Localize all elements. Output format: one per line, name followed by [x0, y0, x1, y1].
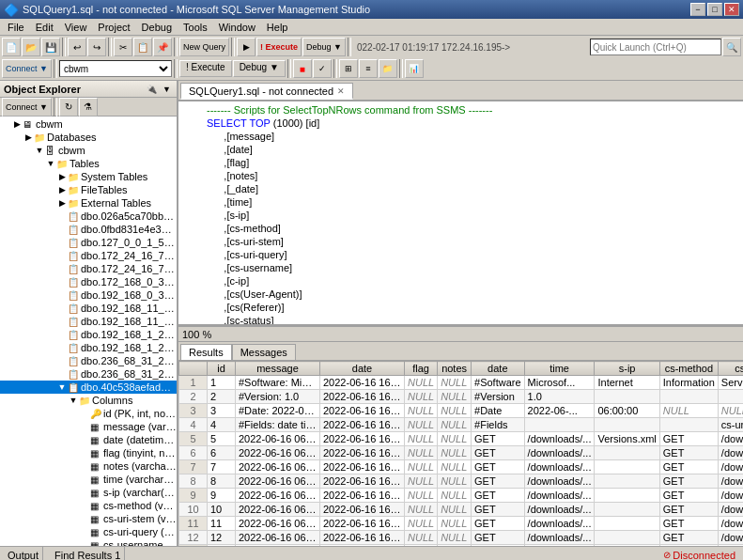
expand-icon[interactable]: ▼ — [45, 159, 56, 168]
expand-icon[interactable]: ▶ — [11, 119, 23, 129]
oe-refresh-button[interactable]: ↻ — [59, 98, 78, 117]
menu-help[interactable]: Help — [261, 19, 294, 35]
results-to-grid[interactable]: ⊞ — [339, 59, 358, 78]
col-header-id[interactable]: id — [208, 362, 236, 376]
output-tab[interactable]: Output — [4, 547, 43, 560]
debug-query-button[interactable]: Debug ▼ — [233, 60, 286, 77]
expand-icon[interactable]: ▶ — [56, 172, 68, 181]
col-header-date[interactable]: date — [320, 362, 405, 376]
debug-btn2[interactable]: Debug ▼ — [302, 38, 346, 56]
tree-table-10[interactable]: 📋 dbo.192_168_1_231_wt_Application — [0, 328, 177, 341]
tree-table-6[interactable]: 📋 dbo.172_168_0_3_wt_Application — [0, 275, 177, 288]
tree-table-12[interactable]: 📋 dbo.236_68_31_231_wt_System — [0, 354, 177, 367]
quick-launch-input[interactable] — [590, 39, 721, 55]
data-grid-container[interactable]: id message date flag notes date time s-i… — [178, 361, 743, 546]
execute-button[interactable]: ! Execute — [256, 38, 302, 56]
tree-table-13[interactable]: 📋 dbo.236_68_31_231_wt_System — [0, 367, 177, 381]
tree-item-databases[interactable]: ▶ 📁 Databases — [0, 131, 177, 144]
tree-table-11[interactable]: 📋 dbo.192_168_1_231_wt_Security — [0, 341, 177, 354]
tab-close-button[interactable]: ✕ — [337, 86, 345, 96]
find-results-tab[interactable]: Find Results 1 — [51, 547, 125, 560]
col-header-message[interactable]: message — [236, 362, 320, 376]
col-header-date2[interactable]: date — [472, 362, 525, 376]
tree-table-1[interactable]: 📋 dbo.026a5ca70bb4674b17e1... — [0, 210, 177, 223]
menu-tools[interactable]: Tools — [178, 19, 213, 35]
tree-col-flag[interactable]: ▦ flag (tinyint, null) — [0, 446, 177, 459]
col-header-time[interactable]: time — [524, 362, 595, 376]
oe-filter-button[interactable]: ⚗ — [79, 98, 98, 117]
copy-button[interactable]: 📋 — [133, 38, 152, 56]
search-icon[interactable]: 🔍 — [722, 38, 741, 56]
code-editor[interactable]: ------- Scripts for SelectTopNRows comma… — [178, 101, 743, 327]
save-button[interactable]: 💾 — [41, 38, 60, 56]
tree-table-4[interactable]: 📋 dbo.172_24_16_76_wt_Application — [0, 249, 177, 262]
menu-debug[interactable]: Debug — [136, 19, 178, 35]
minimize-button[interactable]: − — [690, 3, 705, 16]
col-header-csmethod[interactable]: cs-method — [659, 362, 718, 376]
menu-project[interactable]: Project — [92, 19, 135, 35]
tree-table-9[interactable]: 📋 dbo.192_168_11_1_wt_System — [0, 315, 177, 328]
expand-icon[interactable]: ▼ — [68, 396, 79, 405]
tree-external-tables[interactable]: ▶ 📁 External Tables — [0, 196, 177, 210]
results-to-text[interactable]: ≡ — [359, 59, 378, 78]
col-header-sip[interactable]: s-ip — [595, 362, 659, 376]
tree-col-id[interactable]: 🔑 id (PK, int, not null) — [0, 407, 177, 420]
tree-table-3[interactable]: 📋 dbo.127_0_0_1_5MsMTrqps — [0, 236, 177, 249]
tree-table-8[interactable]: 📋 dbo.192_168_11_1_wt_Application — [0, 302, 177, 315]
tree-columns-folder[interactable]: ▼ 📁 Columns — [0, 394, 177, 407]
expand-icon[interactable]: ▶ — [56, 198, 68, 208]
expand-icon[interactable]: ▶ — [56, 185, 68, 194]
database-selector[interactable]: cbwm — [59, 60, 172, 77]
tree-col-csusername[interactable]: ▦ cs-username (varchar(64), null) — [0, 538, 177, 546]
tree-col-time[interactable]: ▦ time (varchar(30), null) — [0, 473, 177, 486]
tree-table-5[interactable]: 📋 dbo.172_24_16_76_wt_Security — [0, 262, 177, 275]
tree-item-cbwm-db[interactable]: ▼ 🗄 cbwm — [0, 144, 177, 157]
debug-button[interactable]: ▶ — [237, 38, 255, 56]
menu-view[interactable]: View — [59, 19, 93, 35]
tree-col-date[interactable]: ▦ date (datetime, not null) — [0, 433, 177, 446]
col-header-notes[interactable]: notes — [438, 362, 472, 376]
tree-item-tables[interactable]: ▼ 📁 Tables — [0, 157, 177, 170]
tree-col-sip[interactable]: ▦ s-ip (varchar(40), null) — [0, 486, 177, 499]
tree-col-csuriquery[interactable]: ▦ cs-uri-query (varchar(50), null) — [0, 525, 177, 538]
paste-button[interactable]: 📌 — [153, 38, 172, 56]
expand-icon[interactable]: ▼ — [56, 382, 68, 392]
execute-query-button[interactable]: ! Execute — [179, 60, 232, 77]
parse-button[interactable]: ✓ — [313, 59, 332, 78]
maximize-button[interactable]: □ — [707, 3, 722, 16]
tree-col-notes[interactable]: ▦ notes (varchar(4000), null) — [0, 459, 177, 473]
results-tab-results[interactable]: Results — [180, 344, 232, 360]
oe-connect-btn[interactable]: 🔌 — [145, 85, 159, 94]
col-header-csuristem[interactable]: cs-uri-stem — [718, 362, 743, 376]
open-button[interactable]: 📂 — [22, 38, 40, 56]
close-button[interactable]: ✕ — [724, 3, 739, 16]
oe-filter-btn[interactable]: ▼ — [161, 85, 173, 94]
tree-table-selected[interactable]: ▼ 📋 dbo.40c538aefad44768b0d32... — [0, 381, 177, 394]
stop-button[interactable]: ■ — [293, 59, 312, 78]
new-query-btn2[interactable]: New Query — [179, 38, 229, 56]
query-tab-1[interactable]: SQLQuery1.sql - not connected ✕ — [180, 83, 353, 100]
redo-button[interactable]: ↪ — [87, 38, 106, 56]
tree-table-7[interactable]: 📋 dbo.192_168_0_3_wt_Security — [0, 288, 177, 302]
results-tab-messages[interactable]: Messages — [232, 344, 296, 360]
tree-col-csuristem[interactable]: ▦ cs-uri-stem (varchar(54), null) — [0, 512, 177, 525]
menu-window[interactable]: Window — [213, 19, 261, 35]
window-controls[interactable]: − □ ✕ — [690, 3, 739, 16]
menu-edit[interactable]: Edit — [30, 19, 59, 35]
tree-system-tables[interactable]: ▶ 📁 System Tables — [0, 170, 177, 183]
expand-icon[interactable]: ▼ — [34, 146, 45, 155]
tree-col-csmethod[interactable]: ▦ cs-method (varchar(10), null) — [0, 499, 177, 512]
new-query-button[interactable]: 📄 — [2, 38, 21, 56]
connect-button[interactable]: Connect ▼ — [2, 59, 52, 78]
tree-table-2[interactable]: 📋 dbo.0fbd831e4e3ce411818... — [0, 223, 177, 236]
include-actual-plan[interactable]: 📊 — [405, 59, 424, 78]
col-header-flag[interactable]: flag — [405, 362, 438, 376]
results-to-file[interactable]: 📁 — [379, 59, 397, 78]
tree-item-cbwm[interactable]: ▶ 🖥 cbwm — [0, 117, 177, 131]
menu-file[interactable]: File — [2, 19, 30, 35]
undo-button[interactable]: ↩ — [68, 38, 86, 56]
expand-icon[interactable]: ▶ — [23, 132, 34, 142]
cut-button[interactable]: ✂ — [114, 38, 132, 56]
tree-col-message[interactable]: ▦ message (varchar(3000), null) — [0, 420, 177, 433]
oe-connect-button[interactable]: Connect ▼ — [2, 98, 52, 117]
